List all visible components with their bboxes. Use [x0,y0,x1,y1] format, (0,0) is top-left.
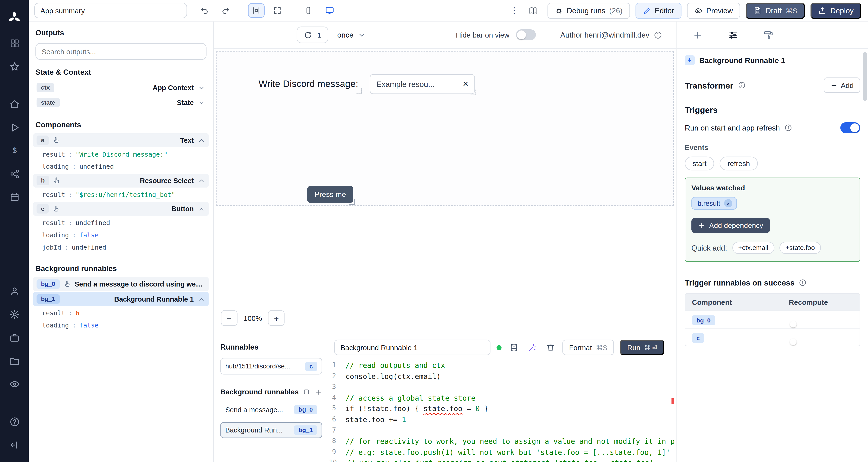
output-row-ctx[interactable]: ctx App Context [33,81,209,95]
refresh-button[interactable]: 1 [297,27,329,43]
chevron-up-icon[interactable] [198,136,206,144]
resize-handle[interactable] [471,90,476,95]
runnable-item-bg1[interactable]: Background Run... bg_1 [220,422,322,438]
schedules-icon[interactable] [8,190,21,204]
refresh-frequency-select[interactable]: once [337,31,366,39]
recompute-table: Component Recompute bg_0 c [685,293,860,346]
windmill-logo-icon[interactable] [8,10,21,24]
more-options-button[interactable]: ⋮ [508,6,520,16]
hand-pointer-icon[interactable] [53,137,60,144]
button-component[interactable]: Press me [307,186,353,203]
align-center-button[interactable] [248,3,265,18]
author-label: Author henri@windmill.dev [560,31,649,39]
quick-add-state-foo[interactable]: +state.foo [779,242,821,254]
editor-tab-button[interactable]: Editor [635,2,681,19]
output-row-bg1[interactable]: bg_1 Background Runnable 1 [33,292,209,306]
folders-icon[interactable] [8,354,21,367]
user-icon[interactable] [8,284,21,298]
debug-runs-button[interactable]: Debug runs(26) [547,2,630,19]
add-runnable-icon[interactable] [314,388,322,396]
output-row-bg0[interactable]: bg_0 Send a message to discord using web… [33,277,209,291]
info-icon[interactable] [738,81,745,89]
scrollbar[interactable] [862,22,868,462]
info-icon[interactable] [784,124,792,132]
output-row-component-c[interactable]: c Button [33,202,209,216]
zoom-out-button[interactable]: − [221,310,238,326]
insert-component-tab[interactable] [691,29,704,41]
collapse-sidebar-icon[interactable] [8,438,21,451]
deploy-button[interactable]: Deploy [810,2,861,19]
output-row-component-b[interactable]: b Resource Select [33,174,209,188]
component-a-badge: a [37,135,49,145]
resources-icon[interactable] [8,167,21,180]
chevron-down-icon[interactable] [198,84,206,92]
info-icon[interactable] [654,31,662,39]
preview-tab-button[interactable]: Preview [687,2,740,19]
add-transformer-button[interactable]: Add [824,77,860,93]
output-row-state[interactable]: state State [33,96,209,110]
delete-runnable-icon[interactable] [544,341,556,354]
quick-add-ctx-email[interactable]: +ctx.email [732,242,774,254]
component-badge: c [692,333,704,343]
desktop-view-button[interactable] [321,3,338,18]
search-outputs-input[interactable] [35,43,206,60]
app-canvas[interactable]: Write Discord message: Example resou... … [216,52,674,206]
home-icon[interactable] [8,97,21,111]
output-row-component-a[interactable]: a Text [33,133,209,147]
chevron-down-icon[interactable] [198,99,206,107]
add-dependency-button[interactable]: Add dependency [691,218,770,233]
component-badge: bg_0 [692,315,715,325]
chevron-up-icon[interactable] [198,295,206,303]
code-line: 6state.foo += 1 [329,414,677,425]
apps-icon[interactable] [8,37,21,50]
variables-icon[interactable]: $ [8,144,21,157]
cache-icon[interactable] [507,341,520,354]
hand-pointer-icon[interactable] [53,205,60,212]
fullscreen-button[interactable] [269,3,286,18]
component-settings-tab[interactable] [727,29,739,41]
favorites-icon[interactable] [8,60,21,73]
undo-button[interactable] [196,3,213,18]
audit-logs-icon[interactable] [8,377,21,391]
runnable-name-input[interactable] [334,340,491,355]
workers-icon[interactable] [8,331,21,344]
frame-icon[interactable] [303,388,310,396]
selected-runnable-header[interactable]: Background Runnable 1 [685,54,860,70]
runnable-item-bg0[interactable]: Send a message... bg_0 [220,402,322,418]
settings-icon[interactable] [8,307,21,321]
dependency-chip[interactable]: b.result × [691,197,737,209]
info-icon[interactable] [799,279,807,287]
runnables-panel: Runnables hub/1511/discord/se... c Backg… [214,336,676,462]
redo-button[interactable] [217,3,234,18]
text-component[interactable]: Write Discord message: [256,77,361,92]
chevron-up-icon[interactable] [198,177,206,185]
documentation-icon[interactable] [525,3,542,18]
remove-dependency-icon[interactable]: × [724,199,733,207]
styling-tab[interactable] [762,29,775,41]
resource-select-component[interactable]: Example resou... × [370,74,475,94]
scrollbar-thumb[interactable] [863,52,867,101]
resize-handle[interactable] [356,88,362,94]
app-summary-input[interactable] [34,3,187,18]
runnable-item-hub[interactable]: hub/1511/discord/se... c [220,358,322,375]
event-chip-start[interactable]: start [685,157,714,170]
format-button[interactable]: Format⌘S [562,340,614,355]
resize-handle[interactable] [349,199,355,205]
draft-button[interactable]: Draft⌘S [746,2,805,19]
chevron-up-icon[interactable] [198,205,206,213]
runs-icon[interactable] [8,121,21,134]
mobile-view-button[interactable] [300,3,317,18]
hand-pointer-icon[interactable] [63,280,71,288]
inspector-body: Background Runnable 1 Transformer Add Tr… [677,48,868,346]
hide-bar-toggle[interactable] [516,29,536,40]
transformer-row: Transformer Add [685,77,860,93]
clear-selection-icon[interactable]: × [463,78,468,90]
help-icon[interactable] [8,415,21,428]
hand-pointer-icon[interactable] [53,177,60,184]
event-chip-refresh[interactable]: refresh [720,157,758,170]
run-button[interactable]: Run⌘⏎ [620,340,664,355]
zoom-in-button[interactable]: + [268,310,285,326]
code-editor[interactable]: 1// read outputs and ctx 2console.log(ct… [329,358,677,462]
ai-assistant-icon[interactable] [526,341,538,354]
run-on-start-toggle[interactable] [840,122,860,133]
